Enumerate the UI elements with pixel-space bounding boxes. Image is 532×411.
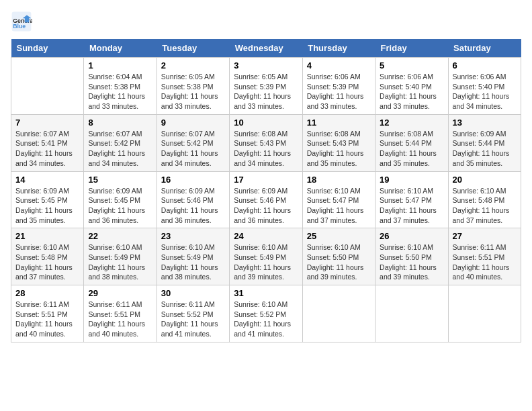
- week-row-5: 28Sunrise: 6:11 AM Sunset: 5:51 PM Dayli…: [11, 285, 521, 342]
- day-info: Sunrise: 6:10 AM Sunset: 5:49 PM Dayligh…: [234, 242, 298, 282]
- day-number: 26: [380, 231, 443, 241]
- day-info: Sunrise: 6:06 AM Sunset: 5:39 PM Dayligh…: [307, 72, 371, 111]
- calendar-cell: 3Sunrise: 6:05 AM Sunset: 5:39 PM Daylig…: [230, 58, 302, 115]
- calendar-cell: 10Sunrise: 6:08 AM Sunset: 5:43 PM Dayli…: [230, 114, 302, 171]
- day-info: Sunrise: 6:07 AM Sunset: 5:41 PM Dayligh…: [15, 129, 79, 169]
- week-row-1: 1Sunrise: 6:04 AM Sunset: 5:38 PM Daylig…: [11, 58, 521, 115]
- day-number: 19: [380, 175, 443, 185]
- day-info: Sunrise: 6:09 AM Sunset: 5:44 PM Dayligh…: [453, 129, 517, 169]
- day-number: 14: [15, 175, 79, 185]
- calendar-cell: 29Sunrise: 6:11 AM Sunset: 5:51 PM Dayli…: [84, 285, 157, 342]
- day-info: Sunrise: 6:08 AM Sunset: 5:44 PM Dayligh…: [380, 129, 443, 169]
- day-info: Sunrise: 6:08 AM Sunset: 5:43 PM Dayligh…: [234, 129, 298, 169]
- day-info: Sunrise: 6:11 AM Sunset: 5:51 PM Dayligh…: [15, 300, 79, 339]
- week-row-4: 21Sunrise: 6:10 AM Sunset: 5:48 PM Dayli…: [11, 228, 521, 285]
- week-row-2: 7Sunrise: 6:07 AM Sunset: 5:41 PM Daylig…: [11, 114, 521, 171]
- calendar-cell: 30Sunrise: 6:11 AM Sunset: 5:52 PM Dayli…: [157, 285, 229, 342]
- calendar-cell: 31Sunrise: 6:10 AM Sunset: 5:52 PM Dayli…: [230, 285, 302, 342]
- day-number: 24: [234, 231, 298, 241]
- day-number: 23: [161, 231, 225, 241]
- day-info: Sunrise: 6:10 AM Sunset: 5:47 PM Dayligh…: [307, 186, 371, 226]
- weekday-header-wednesday: Wednesday: [230, 39, 302, 58]
- calendar-cell: 20Sunrise: 6:10 AM Sunset: 5:48 PM Dayli…: [448, 171, 521, 228]
- day-info: Sunrise: 6:06 AM Sunset: 5:40 PM Dayligh…: [380, 72, 443, 111]
- calendar-cell: 23Sunrise: 6:10 AM Sunset: 5:49 PM Dayli…: [157, 228, 229, 285]
- day-number: 15: [88, 175, 152, 185]
- day-number: 5: [380, 60, 443, 71]
- calendar-cell: 19Sunrise: 6:10 AM Sunset: 5:47 PM Dayli…: [375, 171, 448, 228]
- day-number: 4: [307, 60, 371, 71]
- svg-text:Blue: Blue: [13, 23, 26, 30]
- weekday-header-row: SundayMondayTuesdayWednesdayThursdayFrid…: [11, 39, 521, 58]
- calendar-cell: 8Sunrise: 6:07 AM Sunset: 5:42 PM Daylig…: [84, 114, 157, 171]
- day-number: 31: [234, 288, 298, 298]
- day-info: Sunrise: 6:10 AM Sunset: 5:49 PM Dayligh…: [88, 242, 152, 282]
- day-number: 13: [453, 118, 517, 128]
- day-number: 12: [380, 118, 443, 128]
- day-info: Sunrise: 6:05 AM Sunset: 5:39 PM Dayligh…: [234, 72, 298, 111]
- day-info: Sunrise: 6:10 AM Sunset: 5:48 PM Dayligh…: [453, 186, 517, 226]
- day-info: Sunrise: 6:11 AM Sunset: 5:52 PM Dayligh…: [161, 300, 225, 339]
- day-info: Sunrise: 6:09 AM Sunset: 5:46 PM Dayligh…: [234, 186, 298, 226]
- calendar-cell: [375, 285, 448, 342]
- calendar-cell: 17Sunrise: 6:09 AM Sunset: 5:46 PM Dayli…: [230, 171, 302, 228]
- day-number: 6: [453, 60, 517, 71]
- calendar-table: SundayMondayTuesdayWednesdayThursdayFrid…: [11, 39, 521, 342]
- calendar-cell: 9Sunrise: 6:07 AM Sunset: 5:42 PM Daylig…: [157, 114, 229, 171]
- weekday-header-thursday: Thursday: [302, 39, 375, 58]
- day-number: 29: [88, 288, 152, 298]
- calendar-cell: [448, 285, 521, 342]
- day-info: Sunrise: 6:10 AM Sunset: 5:50 PM Dayligh…: [307, 242, 371, 282]
- calendar-cell: 12Sunrise: 6:08 AM Sunset: 5:44 PM Dayli…: [375, 114, 448, 171]
- calendar-cell: 25Sunrise: 6:10 AM Sunset: 5:50 PM Dayli…: [302, 228, 375, 285]
- day-info: Sunrise: 6:10 AM Sunset: 5:47 PM Dayligh…: [380, 186, 443, 226]
- day-info: Sunrise: 6:07 AM Sunset: 5:42 PM Dayligh…: [161, 129, 225, 169]
- day-info: Sunrise: 6:10 AM Sunset: 5:52 PM Dayligh…: [234, 300, 298, 339]
- day-number: 17: [234, 175, 298, 185]
- calendar-cell: 1Sunrise: 6:04 AM Sunset: 5:38 PM Daylig…: [84, 58, 157, 115]
- day-number: 8: [88, 118, 152, 128]
- day-number: 1: [88, 60, 152, 71]
- calendar-cell: 18Sunrise: 6:10 AM Sunset: 5:47 PM Dayli…: [302, 171, 375, 228]
- calendar-cell: 5Sunrise: 6:06 AM Sunset: 5:40 PM Daylig…: [375, 58, 448, 115]
- weekday-header-friday: Friday: [375, 39, 448, 58]
- weekday-header-tuesday: Tuesday: [157, 39, 229, 58]
- day-info: Sunrise: 6:10 AM Sunset: 5:50 PM Dayligh…: [380, 242, 443, 282]
- day-info: Sunrise: 6:10 AM Sunset: 5:49 PM Dayligh…: [161, 242, 225, 282]
- calendar-cell: 28Sunrise: 6:11 AM Sunset: 5:51 PM Dayli…: [11, 285, 84, 342]
- day-info: Sunrise: 6:07 AM Sunset: 5:42 PM Dayligh…: [88, 129, 152, 169]
- weekday-header-monday: Monday: [84, 39, 157, 58]
- day-info: Sunrise: 6:09 AM Sunset: 5:45 PM Dayligh…: [88, 186, 152, 226]
- calendar-body: 1Sunrise: 6:04 AM Sunset: 5:38 PM Daylig…: [11, 58, 521, 342]
- weekday-header-saturday: Saturday: [448, 39, 521, 58]
- logo-icon: General Blue: [11, 11, 32, 32]
- day-number: 7: [15, 118, 79, 128]
- calendar-cell: 6Sunrise: 6:06 AM Sunset: 5:40 PM Daylig…: [448, 58, 521, 115]
- day-number: 11: [307, 118, 371, 128]
- calendar-cell: 22Sunrise: 6:10 AM Sunset: 5:49 PM Dayli…: [84, 228, 157, 285]
- week-row-3: 14Sunrise: 6:09 AM Sunset: 5:45 PM Dayli…: [11, 171, 521, 228]
- calendar-cell: 16Sunrise: 6:09 AM Sunset: 5:46 PM Dayli…: [157, 171, 229, 228]
- day-number: 21: [15, 231, 79, 241]
- calendar-cell: 2Sunrise: 6:05 AM Sunset: 5:38 PM Daylig…: [157, 58, 229, 115]
- calendar-cell: [11, 58, 84, 115]
- calendar-cell: 14Sunrise: 6:09 AM Sunset: 5:45 PM Dayli…: [11, 171, 84, 228]
- header: General Blue: [11, 11, 521, 32]
- logo: General Blue: [11, 11, 35, 32]
- day-info: Sunrise: 6:06 AM Sunset: 5:40 PM Dayligh…: [453, 72, 517, 111]
- calendar-cell: [302, 285, 375, 342]
- day-number: 27: [453, 231, 517, 241]
- weekday-header-sunday: Sunday: [11, 39, 84, 58]
- day-info: Sunrise: 6:11 AM Sunset: 5:51 PM Dayligh…: [88, 300, 152, 339]
- calendar-cell: 4Sunrise: 6:06 AM Sunset: 5:39 PM Daylig…: [302, 58, 375, 115]
- day-number: 18: [307, 175, 371, 185]
- calendar-cell: 15Sunrise: 6:09 AM Sunset: 5:45 PM Dayli…: [84, 171, 157, 228]
- calendar-cell: 13Sunrise: 6:09 AM Sunset: 5:44 PM Dayli…: [448, 114, 521, 171]
- day-info: Sunrise: 6:09 AM Sunset: 5:45 PM Dayligh…: [15, 186, 79, 226]
- calendar-cell: 7Sunrise: 6:07 AM Sunset: 5:41 PM Daylig…: [11, 114, 84, 171]
- day-number: 10: [234, 118, 298, 128]
- day-info: Sunrise: 6:08 AM Sunset: 5:43 PM Dayligh…: [307, 129, 371, 169]
- day-info: Sunrise: 6:10 AM Sunset: 5:48 PM Dayligh…: [15, 242, 79, 282]
- calendar-cell: 11Sunrise: 6:08 AM Sunset: 5:43 PM Dayli…: [302, 114, 375, 171]
- day-number: 28: [15, 288, 79, 298]
